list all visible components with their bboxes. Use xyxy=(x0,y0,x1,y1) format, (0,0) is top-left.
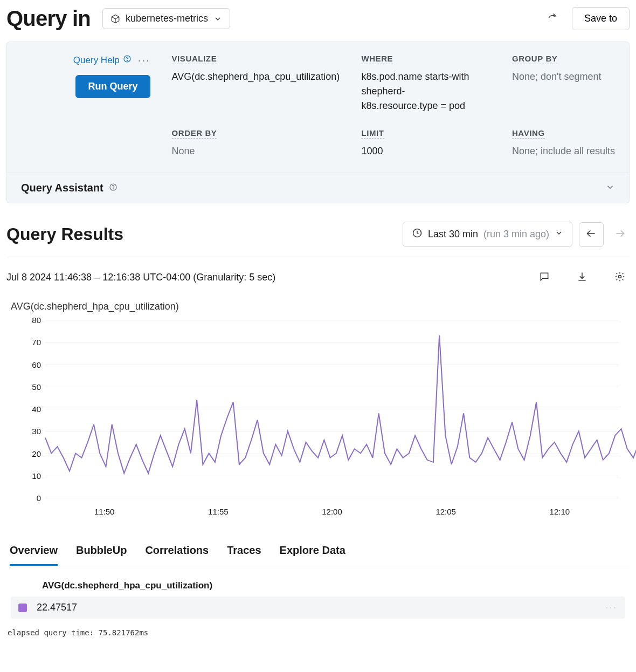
run-query-button[interactable]: Run Query xyxy=(75,75,150,98)
x-tick-label: 11:50 xyxy=(94,507,115,516)
where-section[interactable]: WHERE k8s.pod.name starts-with shepherd-… xyxy=(361,54,490,113)
table-row[interactable]: 22.47517 ··· xyxy=(11,596,625,619)
chevron-down-icon xyxy=(213,15,222,23)
gear-icon xyxy=(614,271,625,284)
elapsed-time: elapsed query time: 75.821762ms xyxy=(8,628,630,637)
y-tick-label: 0 xyxy=(23,493,41,503)
nav-next-button[interactable] xyxy=(610,224,630,245)
tab-traces[interactable]: Traces xyxy=(227,544,261,566)
y-tick-label: 20 xyxy=(23,449,41,458)
x-tick-label: 12:10 xyxy=(550,507,570,516)
save-to-button[interactable]: Save to xyxy=(572,7,630,30)
svg-point-5 xyxy=(619,276,621,278)
results-timestamp: Jul 8 2024 11:46:38 – 12:16:38 UTC-04:00… xyxy=(6,272,275,283)
y-tick-label: 80 xyxy=(23,316,41,325)
where-value: k8s.pod.name starts-with shepherd- k8s.r… xyxy=(361,70,490,113)
query-builder-panel: VISUALIZE AVG(dc.shepherd_hpa_cpu_utiliz… xyxy=(6,42,630,173)
chart-area[interactable]: 11:5011:5512:0012:0512:10 01020304050607… xyxy=(6,320,619,514)
help-icon xyxy=(123,54,132,66)
arrow-right-icon xyxy=(614,228,625,241)
limit-section[interactable]: LIMIT 1000 xyxy=(361,128,490,159)
results-title: Query Results xyxy=(6,224,123,244)
having-value: None; include all results xyxy=(512,144,615,159)
y-tick-label: 50 xyxy=(23,382,41,391)
tab-overview[interactable]: Overview xyxy=(10,544,58,566)
chart-series-line xyxy=(45,335,636,474)
overview-column-header: AVG(dc.shepherd_hpa_cpu_utilization) xyxy=(11,575,625,596)
tab-explore-data[interactable]: Explore Data xyxy=(280,544,345,566)
visualize-section[interactable]: VISUALIZE AVG(dc.shepherd_hpa_cpu_utiliz… xyxy=(172,54,340,113)
comment-icon xyxy=(539,271,550,284)
tab-correlations[interactable]: Correlations xyxy=(145,544,209,566)
query-overflow-menu[interactable]: ··· xyxy=(138,54,150,66)
groupby-label: GROUP BY xyxy=(512,54,558,64)
y-tick-label: 10 xyxy=(23,471,41,480)
x-tick-label: 12:05 xyxy=(435,507,456,516)
y-tick-label: 70 xyxy=(23,338,41,347)
cube-icon xyxy=(110,14,120,24)
results-tabs: OverviewBubbleUpCorrelationsTracesExplor… xyxy=(10,544,630,566)
settings-button[interactable] xyxy=(610,267,630,288)
query-assistant-toggle[interactable]: Query Assistant xyxy=(6,173,630,203)
chevron-down-icon xyxy=(555,229,563,240)
dataset-picker[interactable]: kubernetes-metrics xyxy=(102,8,230,29)
y-tick-label: 40 xyxy=(23,404,41,414)
dataset-name: kubernetes-metrics xyxy=(126,13,208,24)
query-help-link[interactable]: Query Help xyxy=(73,54,132,66)
download-icon xyxy=(577,271,587,284)
x-tick-label: 12:00 xyxy=(322,507,342,516)
chevron-down-icon xyxy=(605,182,615,194)
having-section[interactable]: HAVING None; include all results xyxy=(512,128,615,159)
visualize-value: AVG(dc.shepherd_hpa_cpu_utilization) xyxy=(172,70,340,84)
nav-prev-button[interactable] xyxy=(579,222,604,247)
download-button[interactable] xyxy=(572,267,592,288)
orderby-label: ORDER BY xyxy=(172,128,217,139)
arrow-left-icon xyxy=(586,228,597,241)
time-range-picker[interactable]: Last 30 min (run 3 min ago) xyxy=(403,222,572,247)
visualize-label: VISUALIZE xyxy=(172,54,217,64)
orderby-value: None xyxy=(172,144,340,159)
clock-icon xyxy=(412,228,423,241)
tab-bubbleup[interactable]: BubbleUp xyxy=(76,544,127,566)
share-button[interactable] xyxy=(543,8,562,29)
series-swatch xyxy=(18,604,27,612)
having-label: HAVING xyxy=(512,128,545,139)
share-icon xyxy=(547,12,558,25)
groupby-section[interactable]: GROUP BY None; don't segment xyxy=(512,54,615,113)
limit-label: LIMIT xyxy=(361,128,384,139)
groupby-value: None; don't segment xyxy=(512,70,615,84)
svg-point-3 xyxy=(113,189,113,189)
x-tick-label: 11:55 xyxy=(208,507,229,516)
overview-value: 22.47517 xyxy=(37,602,77,613)
orderby-section[interactable]: ORDER BY None xyxy=(172,128,340,159)
row-overflow-menu[interactable]: ··· xyxy=(606,603,618,613)
page-title: Query in xyxy=(6,6,91,31)
where-label: WHERE xyxy=(361,54,393,64)
y-tick-label: 60 xyxy=(23,360,41,369)
help-icon xyxy=(109,182,117,194)
svg-point-1 xyxy=(127,60,127,61)
limit-value: 1000 xyxy=(361,144,490,159)
y-tick-label: 30 xyxy=(23,427,41,436)
comment-button[interactable] xyxy=(535,267,554,288)
chart-title: AVG(dc.shepherd_hpa_cpu_utilization) xyxy=(11,301,630,312)
